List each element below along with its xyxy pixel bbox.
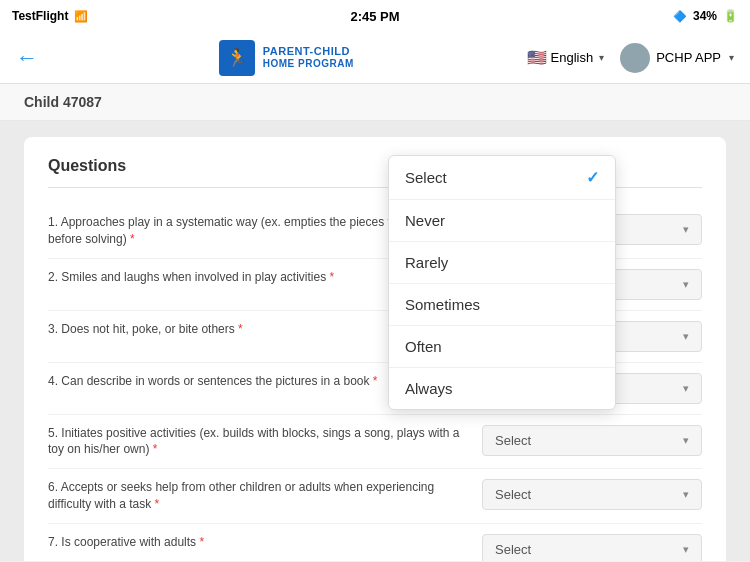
dropdown-option-label: Rarely (405, 254, 448, 271)
header-right: 🇺🇸 English ▾ PCHP APP ▾ (527, 43, 734, 73)
flag-icon: 🇺🇸 (527, 48, 547, 67)
bluetooth-icon: 🔷 (673, 10, 687, 23)
app-name-label: TestFlight (12, 9, 68, 23)
required-mark: * (329, 270, 334, 284)
select-chevron-icon: ▾ (683, 434, 689, 447)
user-chevron-icon: ▾ (729, 52, 734, 63)
select-chevron-icon: ▾ (683, 223, 689, 236)
dropdown-menu[interactable]: Select✓NeverRarelySometimesOftenAlways (388, 155, 616, 410)
select-wrapper: Select▾ (482, 425, 702, 456)
select-chevron-icon: ▾ (683, 488, 689, 501)
battery-label: 34% (693, 9, 717, 23)
select-chevron-icon: ▾ (683, 278, 689, 291)
select-dropdown[interactable]: Select▾ (482, 479, 702, 510)
select-label: Select (495, 542, 531, 557)
language-label: English (551, 50, 594, 65)
logo-icon: 🏃 (219, 40, 255, 76)
question-text: 6. Accepts or seeks help from other chil… (48, 479, 466, 513)
status-bar: TestFlight 📶 2:45 PM 🔷 34% 🔋 (0, 0, 750, 32)
logo-line2: HOME PROGRAM (263, 58, 354, 70)
dropdown-option-label: Sometimes (405, 296, 480, 313)
dropdown-option-label: Often (405, 338, 442, 355)
dropdown-option-label: Always (405, 380, 453, 397)
required-mark: * (199, 535, 204, 549)
required-mark: * (373, 374, 378, 388)
battery-icon: 🔋 (723, 9, 738, 23)
logo-text: PARENT-CHILD HOME PROGRAM (263, 45, 354, 70)
required-mark: * (153, 442, 158, 456)
wifi-icon: 📶 (74, 10, 88, 23)
user-label: PCHP APP (656, 50, 721, 65)
check-icon: ✓ (586, 168, 599, 187)
dropdown-option[interactable]: Never (389, 200, 615, 242)
main-content: Questions 1. Approaches play in a system… (0, 121, 750, 561)
question-row: 7. Is cooperative with adults *Select▾ (48, 524, 702, 561)
breadcrumb: Child 47087 (0, 84, 750, 121)
dropdown-option-label: Select (405, 169, 447, 186)
question-text: 7. Is cooperative with adults * (48, 534, 466, 551)
breadcrumb-label: Child 47087 (24, 94, 102, 110)
questions-card: Questions 1. Approaches play in a system… (24, 137, 726, 561)
select-label: Select (495, 433, 531, 448)
status-time: 2:45 PM (350, 9, 399, 24)
header-center: 🏃 PARENT-CHILD HOME PROGRAM (219, 40, 354, 76)
required-mark: * (130, 232, 135, 246)
logo-line1: PARENT-CHILD (263, 45, 354, 58)
dropdown-option[interactable]: Sometimes (389, 284, 615, 326)
select-chevron-icon: ▾ (683, 382, 689, 395)
status-left: TestFlight 📶 (12, 9, 88, 23)
avatar (620, 43, 650, 73)
header: ← 🏃 PARENT-CHILD HOME PROGRAM 🇺🇸 English… (0, 32, 750, 84)
select-dropdown[interactable]: Select▾ (482, 425, 702, 456)
select-label: Select (495, 487, 531, 502)
dropdown-option[interactable]: Always (389, 368, 615, 409)
language-chevron-icon: ▾ (599, 52, 604, 63)
status-right: 🔷 34% 🔋 (673, 9, 738, 23)
select-wrapper: Select▾ (482, 534, 702, 561)
dropdown-option[interactable]: Often (389, 326, 615, 368)
dropdown-option-label: Never (405, 212, 445, 229)
question-row: 6. Accepts or seeks help from other chil… (48, 469, 702, 524)
select-chevron-icon: ▾ (683, 330, 689, 343)
back-button[interactable]: ← (16, 41, 46, 75)
header-left: ← (16, 41, 46, 75)
select-wrapper: Select▾ (482, 479, 702, 510)
user-menu[interactable]: PCHP APP ▾ (620, 43, 734, 73)
required-mark: * (155, 497, 160, 511)
dropdown-option[interactable]: Select✓ (389, 156, 615, 200)
dropdown-option[interactable]: Rarely (389, 242, 615, 284)
question-row: 5. Initiates positive activities (ex. bu… (48, 415, 702, 470)
select-chevron-icon: ▾ (683, 543, 689, 556)
required-mark: * (238, 322, 243, 336)
select-dropdown[interactable]: Select▾ (482, 534, 702, 561)
question-text: 5. Initiates positive activities (ex. bu… (48, 425, 466, 459)
language-selector[interactable]: 🇺🇸 English ▾ (527, 48, 605, 67)
